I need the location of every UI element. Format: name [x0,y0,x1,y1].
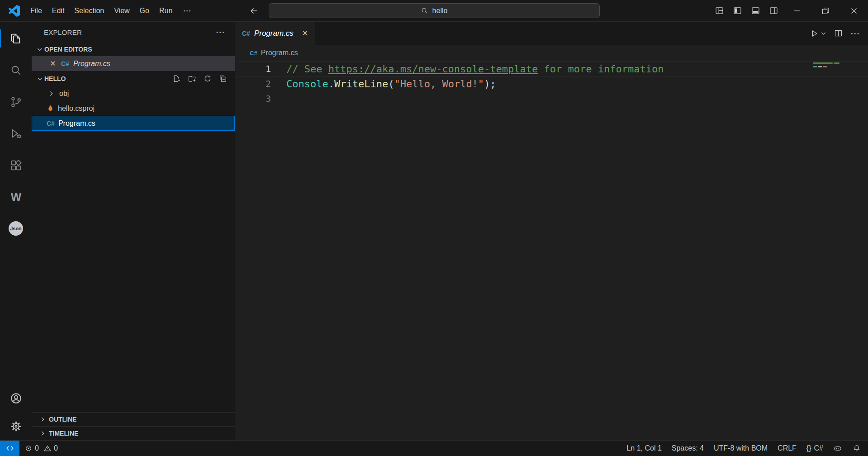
restore-button[interactable] [811,0,840,22]
indentation-button[interactable]: Spaces: 4 [667,441,709,456]
run-button[interactable] [810,28,826,38]
search-icon [9,64,23,77]
explorer-sidebar: EXPLORER ⋯ OPEN EDITORS ✕ C# Program.cs … [32,22,235,440]
activity-json-extension-button[interactable]: Json [0,213,32,244]
remote-icon [5,444,14,453]
extensions-icon [9,159,23,172]
activity-explorer-button[interactable] [0,23,32,54]
new-file-button[interactable] [171,73,182,84]
activity-w-extension-button[interactable]: W [0,181,32,213]
title-bar: File Edit Selection View Go Run ⋯ hello [0,0,868,22]
split-editor-button[interactable] [834,28,843,38]
activity-search-button[interactable] [0,54,32,86]
open-editors-header[interactable]: OPEN EDITORS [32,43,235,56]
close-editor-icon[interactable]: ✕ [49,59,57,68]
copilot-status-button[interactable] [828,441,847,456]
main-area: W Json EXPLORER ⋯ [0,22,868,440]
status-bar-right: Ln 1, Col 1 Spaces: 4 UTF-8 with BOM CRL… [621,441,868,456]
line-number[interactable]: 2 [235,76,271,91]
accounts-button[interactable] [0,384,32,412]
tree-item-csproj[interactable]: hello.csproj [32,101,235,116]
command-center-label: hello [432,7,448,15]
tree-item-program-cs[interactable]: C# Program.cs [32,116,235,131]
code-editor[interactable]: 1// See https://aka.ms/new-console-templ… [235,61,868,440]
menu-view[interactable]: View [109,0,134,21]
close-window-button[interactable] [840,0,868,22]
open-editors-label: OPEN EDITORS [44,46,92,53]
code-line[interactable]: 1// See https://aka.ms/new-console-templ… [235,62,868,76]
chevron-right-icon [38,429,47,438]
titlebar-right-controls [710,0,868,21]
more-editor-actions-button[interactable]: ⋯ [850,28,860,39]
tree-item-label: obj [59,90,69,98]
refresh-icon[interactable] [202,73,213,84]
language-mode-button[interactable]: {} C# [802,441,828,456]
customize-layout-button[interactable] [710,0,728,22]
open-editor-label: Program.cs [73,60,110,68]
menu-run[interactable]: Run [154,0,177,21]
tab-program-cs[interactable]: C# Program.cs ✕ [235,22,315,45]
toggle-secondary-sidebar-button[interactable] [764,0,783,22]
language-mode-label: C# [814,444,823,452]
sidebar-title-row: EXPLORER ⋯ [32,22,235,43]
command-center-search[interactable]: hello [269,3,600,18]
code-lines: 1// See https://aka.ms/new-console-templ… [235,62,868,106]
encoding-button[interactable]: UTF-8 with BOM [709,441,773,456]
settings-button[interactable] [0,412,32,440]
activity-extensions-button[interactable] [0,149,32,181]
cursor-position-button[interactable]: Ln 1, Col 1 [621,441,666,456]
breadcrumb-item[interactable]: Program.cs [261,49,298,57]
code-line-text: Console.WriteLine("Hello, World!"); [286,76,496,91]
new-folder-button[interactable] [187,73,198,84]
line-number[interactable]: 1 [235,62,271,76]
error-count: 0 [35,444,39,452]
tab-label: Program.cs [254,29,294,38]
open-editor-item[interactable]: ✕ C# Program.cs [32,56,235,71]
chevron-down-icon [35,74,44,83]
menu-go[interactable]: Go [135,0,154,21]
bell-icon [852,444,861,453]
outline-section-header[interactable]: OUTLINE [32,412,235,426]
files-icon [9,32,23,45]
eol-button[interactable]: CRLF [773,441,802,456]
warning-count: 0 [54,444,58,452]
menu-selection[interactable]: Selection [69,0,109,21]
problems-button[interactable]: 0 0 [19,441,63,456]
minimap[interactable] [813,62,844,67]
csharp-file-icon: C# [250,50,257,57]
csharp-file-icon: C# [61,60,69,67]
search-icon [421,7,428,14]
editor-actions: ⋯ [810,22,868,45]
w-extension-icon: W [11,190,21,204]
csharp-file-icon: C# [47,120,55,127]
json-extension-icon: Json [9,221,23,236]
csproj-file-icon [47,104,54,112]
notifications-button[interactable] [847,441,868,456]
outline-label: OUTLINE [49,416,76,423]
code-line[interactable]: 3 [235,91,868,106]
line-number[interactable]: 3 [235,91,271,106]
tree-item-obj[interactable]: obj [32,86,235,101]
gear-icon [9,420,23,433]
chevron-down-icon [821,30,826,36]
menu-edit[interactable]: Edit [47,0,70,21]
timeline-section-header[interactable]: TIMELINE [32,426,235,440]
activity-source-control-button[interactable] [0,86,32,118]
close-tab-button[interactable]: ✕ [302,29,308,38]
folder-section-header[interactable]: HELLO [32,71,235,86]
minimize-button[interactable] [783,0,811,22]
collapse-all-button[interactable] [218,73,228,84]
toggle-panel-button[interactable] [746,0,764,22]
activity-bar: W Json [0,22,32,440]
timeline-label: TIMELINE [49,430,78,437]
explorer-more-actions-button[interactable]: ⋯ [216,27,225,38]
toggle-primary-sidebar-button[interactable] [728,0,746,22]
sidebar-spacer [32,131,235,412]
menu-more-button[interactable]: ⋯ [177,0,197,21]
error-icon [24,444,33,452]
nav-back-button[interactable] [247,4,261,18]
menu-file[interactable]: File [25,0,47,21]
remote-indicator-button[interactable] [0,441,19,456]
code-line[interactable]: 2Console.WriteLine("Hello, World!"); [235,76,868,91]
activity-run-debug-button[interactable] [0,118,32,149]
